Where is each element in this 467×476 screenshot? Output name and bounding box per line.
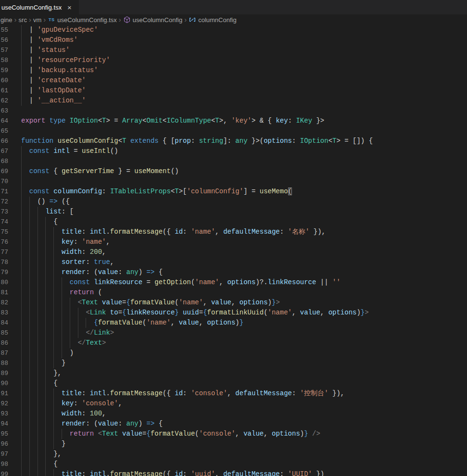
line-number[interactable]: 82 (0, 298, 21, 308)
breadcrumb-item-src[interactable]: src (19, 16, 27, 24)
code-line[interactable]: 84 {formatValue('name', value, options)} (0, 318, 467, 328)
line-number[interactable]: 56 (0, 35, 21, 45)
line-number[interactable]: 60 (0, 75, 21, 86)
breadcrumb-item-vm[interactable]: vm (33, 16, 41, 24)
line-number[interactable]: 94 (0, 419, 21, 429)
line-number[interactable]: 86 (0, 338, 21, 348)
line-number[interactable]: 61 (0, 86, 21, 96)
line-number[interactable]: 81 (0, 288, 21, 298)
code-line[interactable]: 70 (0, 176, 467, 187)
code-line[interactable]: 72 () => ({ (0, 197, 467, 207)
code-line[interactable]: 90 { (0, 378, 467, 388)
line-number[interactable]: 67 (0, 146, 21, 156)
line-number[interactable]: 77 (0, 247, 21, 257)
code-line[interactable]: 67 const intl = useIntl() (0, 146, 467, 156)
code-line[interactable]: 88 } (0, 358, 467, 368)
line-number[interactable]: 91 (0, 388, 21, 399)
code-line[interactable]: 97 }, (0, 449, 467, 459)
line-number[interactable]: 76 (0, 237, 21, 247)
code-editor[interactable]: 55 | 'gpuDeviceSpec'56 | 'vmCdRoms'57 | … (0, 25, 467, 476)
line-number[interactable]: 68 (0, 156, 21, 166)
line-number[interactable]: 62 (0, 96, 21, 106)
line-number[interactable]: 58 (0, 55, 21, 65)
line-number[interactable]: 59 (0, 65, 21, 75)
code-line[interactable]: 74 { (0, 217, 467, 227)
line-number[interactable]: 85 (0, 328, 21, 338)
code-line[interactable]: 99 title: intl.formatMessage({ id: 'uuid… (0, 469, 467, 476)
line-number[interactable]: 66 (0, 136, 21, 146)
line-number[interactable]: 65 (0, 126, 21, 136)
line-number[interactable]: 72 (0, 197, 21, 207)
code-line[interactable]: 81 return ( (0, 288, 467, 298)
code-line[interactable]: 63 (0, 106, 467, 116)
code-line[interactable]: 58 | 'resourcePriority' (0, 55, 467, 65)
line-number[interactable]: 55 (0, 25, 21, 35)
line-number[interactable]: 71 (0, 187, 21, 197)
line-number[interactable]: 75 (0, 227, 21, 237)
code-line[interactable]: 93 width: 100, (0, 409, 467, 419)
code-line[interactable]: 59 | 'backup.status' (0, 65, 467, 75)
tab-usecolumnconfig[interactable]: useColumnConfig.tsx × (0, 0, 79, 14)
line-number[interactable]: 64 (0, 116, 21, 126)
code-line[interactable]: 85 </Link> (0, 328, 467, 338)
code-line[interactable]: 60 | 'createDate' (0, 75, 467, 86)
code-line[interactable]: 75 title: intl.formatMessage({ id: 'name… (0, 227, 467, 237)
close-icon[interactable]: × (65, 4, 73, 11)
code-line[interactable]: 69 const { getServerTime } = useMoment() (0, 166, 467, 176)
line-number[interactable]: 92 (0, 399, 21, 409)
line-number[interactable]: 97 (0, 449, 21, 459)
code-line[interactable]: 64export type IOption<T> = Array<Omit<IC… (0, 116, 467, 126)
line-number[interactable]: 78 (0, 257, 21, 267)
line-number[interactable]: 63 (0, 106, 21, 116)
line-number[interactable]: 95 (0, 429, 21, 439)
code-line[interactable]: 82 <Text value={formatValue('name', valu… (0, 298, 467, 308)
line-number[interactable]: 99 (0, 469, 21, 476)
code-line[interactable]: 91 title: intl.formatMessage({ id: 'cons… (0, 388, 467, 399)
code-line[interactable]: 95 return <Text value={formatValue('cons… (0, 429, 467, 439)
code-line[interactable]: 86 </Text> (0, 338, 467, 348)
line-number[interactable]: 69 (0, 166, 21, 176)
line-number[interactable]: 73 (0, 207, 21, 217)
line-number[interactable]: 96 (0, 439, 21, 449)
breadcrumb-item-usecolumnconfig[interactable]: useColumnConfig (123, 16, 182, 24)
code-line[interactable]: 78 sorter: true, (0, 257, 467, 267)
code-line[interactable]: 56 | 'vmCdRoms' (0, 35, 467, 45)
code-line[interactable]: 65 (0, 126, 467, 136)
line-number[interactable]: 84 (0, 318, 21, 328)
code-line[interactable]: 89 }, (0, 368, 467, 378)
line-number[interactable]: 89 (0, 368, 21, 378)
code-line[interactable]: 61 | 'lastOpDate' (0, 86, 467, 96)
code-line[interactable]: 76 key: 'name', (0, 237, 467, 247)
code-line[interactable]: 66function useColumnConfig<T extends { [… (0, 136, 467, 146)
code-line[interactable]: 55 | 'gpuDeviceSpec' (0, 25, 467, 35)
breadcrumb-item-gine[interactable]: gine (0, 16, 13, 24)
line-number[interactable]: 88 (0, 358, 21, 368)
code-line[interactable]: 57 | 'status' (0, 45, 467, 55)
code-line[interactable]: 79 render: (value: any) => { (0, 267, 467, 277)
code-line[interactable]: 83 <Link to={linkResource} uuid={formatL… (0, 308, 467, 318)
code-line[interactable]: 71 const columnConfig: ITableListProps<T… (0, 187, 467, 197)
line-number[interactable]: 57 (0, 45, 21, 55)
breadcrumb-label: src (19, 16, 27, 24)
line-number[interactable]: 87 (0, 348, 21, 358)
line-number[interactable]: 98 (0, 459, 21, 469)
line-number[interactable]: 83 (0, 308, 21, 318)
line-number[interactable]: 90 (0, 378, 21, 388)
line-number[interactable]: 74 (0, 217, 21, 227)
line-number[interactable]: 93 (0, 409, 21, 419)
code-line[interactable]: 96 } (0, 439, 467, 449)
line-number[interactable]: 70 (0, 176, 21, 187)
code-line[interactable]: 68 (0, 156, 467, 166)
code-line[interactable]: 73 list: [ (0, 207, 467, 217)
code-line[interactable]: 98 { (0, 459, 467, 469)
breadcrumb-item-usecolumnconfig-tsx[interactable]: TSuseColumnConfig.tsx (48, 16, 117, 24)
line-number[interactable]: 79 (0, 267, 21, 277)
code-line[interactable]: 92 key: 'console', (0, 399, 467, 409)
code-line[interactable]: 77 width: 200, (0, 247, 467, 257)
breadcrumb-item-columnconfig[interactable]: columnConfig (189, 16, 237, 24)
code-line[interactable]: 87 ) (0, 348, 467, 358)
line-number[interactable]: 80 (0, 277, 21, 288)
code-line[interactable]: 62 | '__action__' (0, 96, 467, 106)
code-line[interactable]: 94 render: (value: any) => { (0, 419, 467, 429)
code-line[interactable]: 80 const linkResource = getOption('name'… (0, 277, 467, 288)
